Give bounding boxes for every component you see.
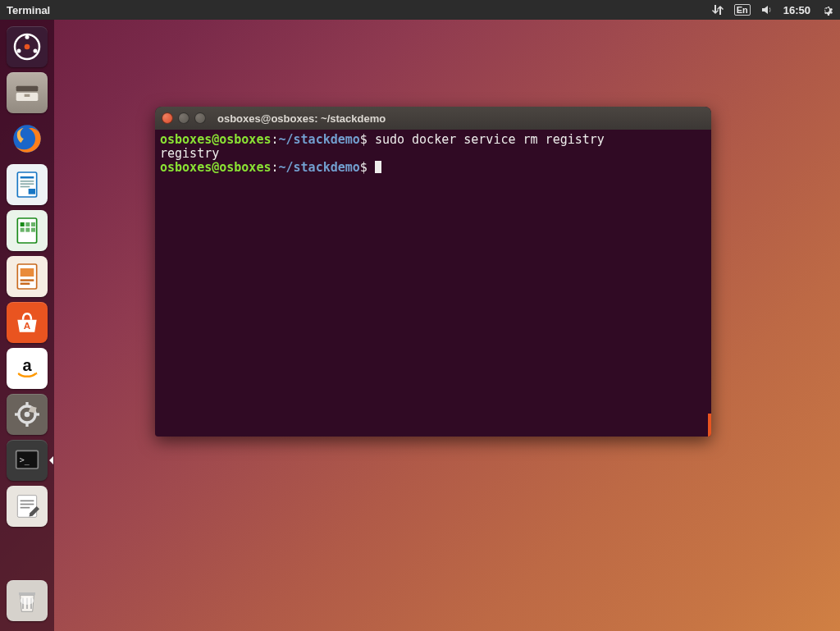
output-line-1: registry bbox=[160, 146, 219, 161]
software-center-icon[interactable]: A bbox=[7, 302, 48, 343]
svg-rect-12 bbox=[21, 183, 34, 185]
svg-rect-14 bbox=[29, 189, 35, 194]
terminal-window: osboxes@osboxes: ~/stackdemo osboxes@osb… bbox=[155, 107, 711, 437]
window-title: osboxes@osboxes: ~/stackdemo bbox=[217, 112, 386, 125]
top-menubar: Terminal En 16:50 bbox=[0, 0, 840, 20]
svg-rect-24 bbox=[21, 279, 34, 281]
prompt-user-host: osboxes@osboxes bbox=[160, 132, 271, 147]
minimize-icon[interactable] bbox=[178, 112, 189, 124]
svg-point-4 bbox=[25, 44, 30, 50]
amazon-icon[interactable]: a bbox=[7, 348, 48, 389]
impress-icon[interactable] bbox=[7, 256, 48, 297]
trash-icon[interactable] bbox=[7, 580, 48, 621]
svg-rect-18 bbox=[31, 222, 35, 226]
svg-rect-25 bbox=[21, 283, 30, 286]
svg-rect-23 bbox=[21, 268, 34, 277]
svg-point-1 bbox=[25, 35, 30, 39]
files-icon[interactable] bbox=[7, 72, 48, 113]
cursor bbox=[375, 161, 381, 173]
text-editor-icon[interactable] bbox=[7, 486, 48, 527]
active-app-title: Terminal bbox=[7, 4, 50, 16]
svg-rect-19 bbox=[21, 228, 25, 232]
settings-icon[interactable] bbox=[7, 394, 48, 435]
writer-icon[interactable] bbox=[7, 164, 48, 205]
command-line-1: sudo docker service rm registry bbox=[375, 132, 605, 147]
clock[interactable]: 16:50 bbox=[783, 4, 810, 16]
svg-text:A: A bbox=[24, 320, 31, 331]
svg-rect-13 bbox=[21, 186, 30, 188]
terminal-icon[interactable]: >_ bbox=[7, 440, 48, 481]
firefox-icon[interactable] bbox=[7, 118, 48, 159]
svg-point-29 bbox=[25, 412, 30, 418]
window-titlebar[interactable]: osboxes@osboxes: ~/stackdemo bbox=[155, 107, 711, 130]
system-gear-icon[interactable] bbox=[820, 3, 833, 16]
svg-rect-16 bbox=[21, 222, 25, 226]
svg-rect-10 bbox=[21, 176, 34, 179]
svg-point-41 bbox=[21, 597, 34, 605]
launcher: A a >_ bbox=[0, 20, 54, 631]
sound-icon[interactable] bbox=[760, 3, 774, 16]
svg-rect-21 bbox=[31, 228, 35, 232]
dash-icon[interactable] bbox=[7, 26, 48, 67]
svg-rect-11 bbox=[21, 181, 34, 182]
svg-point-3 bbox=[17, 49, 21, 53]
svg-rect-20 bbox=[25, 228, 30, 232]
keyboard-layout-indicator[interactable]: En bbox=[734, 4, 751, 16]
terminal-body[interactable]: osboxes@osboxes:~/stackdemo$ sudo docker… bbox=[155, 130, 711, 437]
close-icon[interactable] bbox=[162, 112, 173, 124]
svg-rect-5 bbox=[16, 86, 39, 92]
svg-point-2 bbox=[34, 49, 38, 53]
svg-rect-7 bbox=[25, 94, 30, 97]
svg-text:a: a bbox=[22, 356, 32, 374]
svg-rect-17 bbox=[25, 222, 30, 226]
network-icon[interactable] bbox=[711, 3, 724, 16]
maximize-icon[interactable] bbox=[194, 112, 206, 124]
svg-rect-40 bbox=[19, 592, 35, 595]
svg-text:>_: >_ bbox=[20, 455, 30, 465]
calc-icon[interactable] bbox=[7, 210, 48, 251]
prompt-path: ~/stackdemo bbox=[279, 132, 360, 147]
